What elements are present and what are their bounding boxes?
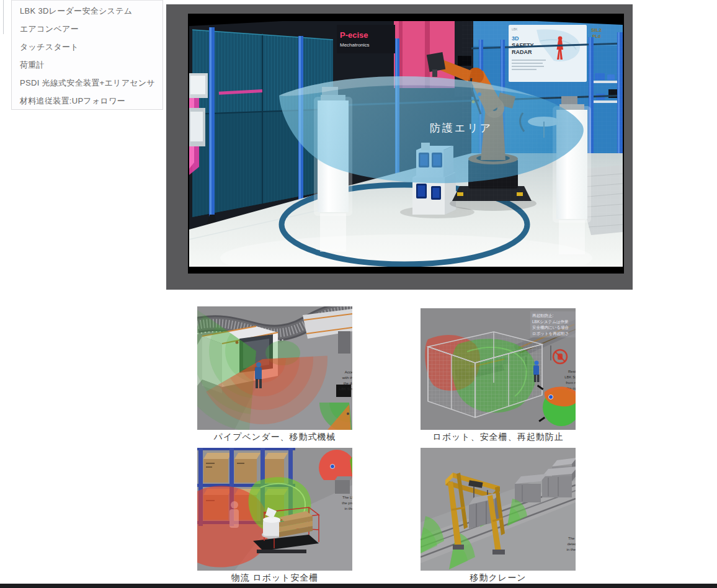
gallery-item-mobile-crane[interactable]: The LBK s detects obs in the dange 移動クレー… xyxy=(421,448,576,584)
svg-text:安全柵内にいる場合: 安全柵内にいる場合 xyxy=(532,325,569,330)
svg-text:LBK System keep: LBK System keep xyxy=(564,375,576,379)
inset-sensor-box xyxy=(336,385,351,397)
page-bottom-bar xyxy=(0,584,717,588)
brochure-holders xyxy=(189,73,208,146)
page-left-rule xyxy=(3,0,4,34)
svg-text:the dangerous: the dangerous xyxy=(344,381,352,385)
sidebar-item-load-meter[interactable]: 荷重計 xyxy=(20,60,45,69)
product-sidebar: LBK 3Dレーダー安全システム エアコンベアー タッチスタート 荷重計 PSD… xyxy=(11,0,163,110)
svg-text:with the operato: with the operato xyxy=(342,376,352,380)
robot-cage-image: 再起動防止: LBKシステムは作業 安全柵内にいる場合 ロボットを再起動さ Re… xyxy=(421,308,576,430)
mobile-crane-image: The LBK s detects obs in the dange xyxy=(421,448,576,571)
sidebar-item-psdi-sensor[interactable]: PSDI 光線式安全装置+エリアセンサ xyxy=(20,78,155,87)
sidebar-item: 荷重計 xyxy=(20,60,158,69)
sidebar-item-lbk-3d-radar[interactable]: LBK 3Dレーダー安全システム xyxy=(20,6,132,16)
video-player-panel: P-ecise Mechatronics LBK 3D SAFETY RADAR xyxy=(166,4,633,290)
caption-mobile-crane: 移動クレーン xyxy=(421,572,576,584)
svg-text:from restarting a: from restarting a xyxy=(566,381,576,385)
svg-text:The LBK Syste: The LBK Syste xyxy=(342,496,352,499)
pipe-bender-image: Access prote with the operato the danger… xyxy=(197,306,352,430)
exhibitor-sign-bottom-text: Mechatronics xyxy=(340,42,370,48)
sidebar-item: 材料追従装置:UPフォロワー xyxy=(20,96,158,105)
sidebar-menu: LBK 3Dレーダー安全システム エアコンベアー タッチスタート 荷重計 PSD… xyxy=(12,1,163,105)
svg-text:ロボットを再起動さ: ロボットを再起動さ xyxy=(532,331,569,336)
video-frame[interactable]: P-ecise Mechatronics LBK 3D SAFETY RADAR xyxy=(188,14,624,274)
sidebar-item: PSDI 光線式安全装置+エリアセンサ xyxy=(20,78,158,87)
sidebar-item-air-conveyor[interactable]: エアコンベアー xyxy=(20,24,79,33)
svg-text:Access prote: Access prote xyxy=(345,370,352,374)
sidebar-item: エアコンベアー xyxy=(20,24,158,33)
exhibitor-sign-top-text: P-ecise xyxy=(340,30,368,40)
caption-pipe-bender: パイプベンダー、移動式機械 xyxy=(197,432,352,443)
svg-text:in the dange: in the dange xyxy=(566,548,576,551)
svg-text:the presence of: the presence of xyxy=(342,501,352,505)
svg-text:Restart preve: Restart preve xyxy=(568,370,576,373)
video-still-lbk-demo: P-ecise Mechatronics LBK 3D SAFETY RADAR xyxy=(189,21,623,267)
svg-text:The LBK s: The LBK s xyxy=(568,537,576,540)
svg-text:LBK System stops t: LBK System stops t xyxy=(339,387,352,391)
svg-text:detects obs: detects obs xyxy=(568,542,576,546)
foreground-mesh xyxy=(462,21,623,232)
caption-logistics: 物流 ロボット安全柵 xyxy=(197,572,352,584)
sidebar-item-touch-start[interactable]: タッチスタート xyxy=(20,42,79,51)
logistics-image: The LBK Syste the presence of in the dan… xyxy=(197,448,352,571)
gallery-item-robot-cage[interactable]: 再起動防止: LBKシステムは作業 安全柵内にいる場合 ロボットを再起動さ Re… xyxy=(421,308,576,443)
svg-text:in the dange: in the dange xyxy=(344,507,352,510)
annotation-text: The LBK s detects obs in the dange xyxy=(566,537,576,551)
control-cabinet xyxy=(338,331,350,354)
carton-box xyxy=(203,453,232,483)
svg-text:再起動防止:: 再起動防止: xyxy=(532,313,554,318)
person-silhouette xyxy=(229,501,239,528)
sidebar-item: タッチスタート xyxy=(20,42,158,51)
svg-text:LBKシステムは作業: LBKシステムは作業 xyxy=(532,319,569,324)
sidebar-item-up-follower[interactable]: 材料追従装置:UPフォロワー xyxy=(20,96,125,105)
gallery-item-pipe-bender[interactable]: Access prote with the operato the danger… xyxy=(197,306,352,443)
caption-robot-cage: ロボット、安全柵、再起動防止 xyxy=(421,432,576,443)
sidebar-item: LBK 3Dレーダー安全システム xyxy=(20,6,158,15)
gallery-item-logistics[interactable]: The LBK Syste the presence of in the dan… xyxy=(197,448,352,584)
